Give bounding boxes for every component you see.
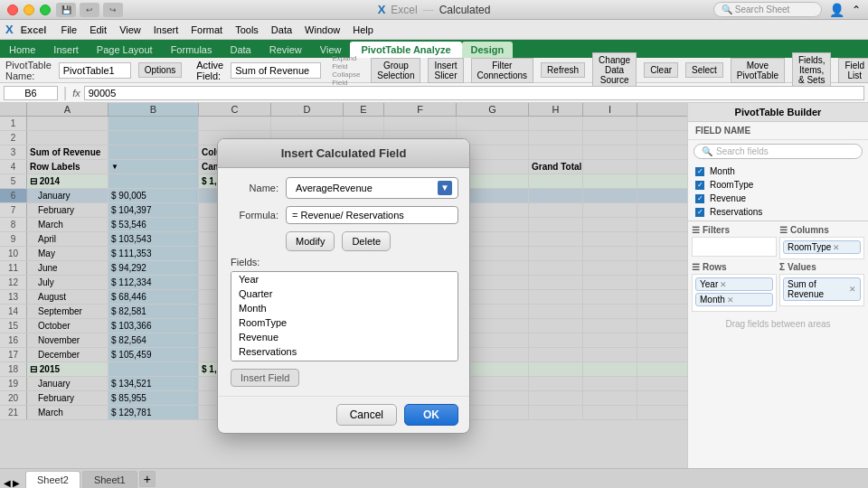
insert-slicer-button[interactable]: Insert Slicer (428, 58, 463, 83)
menu-edit[interactable]: Edit (84, 23, 112, 37)
pivot-search-bar[interactable]: 🔍 Search fields (693, 144, 863, 159)
tab-review[interactable]: Review (260, 42, 311, 58)
cancel-button[interactable]: Cancel (336, 404, 397, 426)
filename-title: Calculated (439, 4, 491, 16)
reservations-checkbox[interactable]: ✓ (695, 208, 704, 217)
tab-home[interactable]: Home (0, 42, 44, 58)
app-icon: X (378, 3, 386, 16)
month-remove-icon[interactable]: ✕ (727, 296, 734, 305)
columns-header: ☰ Columns (779, 225, 864, 235)
menu-file[interactable]: File (55, 23, 82, 37)
roomtype-tag-label: RoomType (788, 242, 831, 252)
field-reservations[interactable]: Reservations (231, 344, 458, 359)
fields-list[interactable]: Year Quarter Month RoomType Revenue Rese… (231, 271, 458, 361)
pivottable-name-input[interactable] (59, 62, 131, 79)
add-sheet-button[interactable]: + (139, 471, 156, 487)
values-drop-area[interactable]: Sum of Revenue ✕ (779, 274, 864, 306)
sheet-nav-right[interactable]: ▶ (13, 478, 20, 488)
menu-tools[interactable]: Tools (230, 23, 264, 37)
title-center: X Excel — Calculated (378, 3, 491, 16)
menu-data[interactable]: Data (266, 23, 297, 37)
field-list: ✓ Month ✓ RoomType ✓ Revenue ✓ Reservati… (688, 163, 868, 221)
options-button[interactable]: Options (138, 62, 182, 78)
menu-view[interactable]: View (114, 23, 146, 37)
modify-button[interactable]: Modify (286, 231, 335, 251)
rows-icon: ☰ (692, 262, 700, 272)
year-tag-label: Year (700, 279, 718, 289)
field-month[interactable]: Month (231, 301, 458, 315)
sum-revenue-remove-icon[interactable]: ✕ (849, 285, 856, 294)
undo-icon[interactable]: ↩ (80, 3, 99, 17)
tab-pivot-analyze[interactable]: PivotTable Analyze (350, 42, 461, 58)
field-roomtype[interactable]: RoomType (231, 315, 458, 330)
name-box[interactable] (4, 86, 58, 100)
select-button[interactable]: Select (685, 62, 723, 78)
tab-page-layout[interactable]: Page Layout (88, 42, 162, 58)
sheet-tab-sheet2[interactable]: Sheet2 (25, 471, 80, 488)
columns-drop-area[interactable]: RoomType ✕ (779, 237, 864, 259)
dialog-body: Name: AverageRevenue ▼ Formula: = Revenu… (218, 168, 469, 396)
pivot-areas-grid: ☰ Filters ☰ Columns RoomType ✕ (688, 221, 868, 315)
formula-input[interactable] (84, 86, 864, 100)
month-checkbox[interactable]: ✓ (695, 167, 704, 176)
filter-connections-button[interactable]: Filter Connections (471, 58, 534, 83)
tab-insert[interactable]: Insert (44, 42, 88, 58)
field-averagerevenue[interactable]: AverageRevenue (231, 359, 458, 361)
window-controls: 💾 ↩ ↪ (7, 3, 123, 17)
filters-drop-area[interactable] (692, 237, 777, 257)
group-selection-button[interactable]: Group Selection (371, 58, 420, 83)
search-bar[interactable]: 🔍 Search Sheet (713, 2, 822, 17)
save-icon[interactable]: 💾 (56, 3, 76, 17)
rows-drop-area[interactable]: Year ✕ Month ✕ (692, 274, 777, 312)
field-item-reservations[interactable]: ✓ Reservations (688, 205, 868, 219)
roomtype-checkbox[interactable]: ✓ (695, 181, 704, 190)
close-button[interactable] (7, 5, 18, 15)
sheet-tab-sheet1[interactable]: Sheet1 (82, 471, 137, 488)
search-placeholder: Search fields (716, 146, 769, 156)
sheet-nav-left[interactable]: ◀ (4, 478, 11, 488)
main-content: A B C D E F G H I 1 (0, 103, 868, 468)
formula-value[interactable]: = Revenue/ Reservations (286, 206, 458, 224)
ok-button[interactable]: OK (404, 404, 458, 426)
field-revenue[interactable]: Revenue (231, 330, 458, 344)
tab-design[interactable]: Design (462, 42, 514, 58)
tab-formulas[interactable]: Formulas (162, 42, 222, 58)
maximize-button[interactable] (40, 5, 51, 15)
formula-row: Formula: = Revenue/ Reservations (229, 206, 458, 224)
field-item-revenue[interactable]: ✓ Revenue (688, 192, 868, 205)
move-pivottable-button[interactable]: Move PivotTable (731, 58, 785, 83)
clear-button[interactable]: Clear (644, 62, 678, 78)
menu-format[interactable]: Format (185, 23, 228, 37)
minimize-button[interactable] (24, 5, 34, 15)
account-icon[interactable]: 👤 (829, 3, 844, 17)
active-field-input[interactable] (231, 62, 321, 79)
refresh-button[interactable]: Refresh (541, 62, 585, 78)
name-dropdown-icon[interactable]: ▼ (438, 181, 452, 195)
field-list-button[interactable]: Field List (838, 58, 868, 83)
roomtype-remove-icon[interactable]: ✕ (833, 243, 840, 252)
name-value[interactable]: AverageRevenue (292, 182, 434, 194)
delete-button[interactable]: Delete (342, 231, 391, 251)
redo-icon[interactable]: ↪ (103, 3, 123, 17)
menu-help[interactable]: Help (347, 23, 379, 37)
excel-logo: X (5, 23, 14, 36)
insert-field-button[interactable]: Insert Field (231, 369, 299, 387)
field-item-roomtype[interactable]: ✓ RoomType (688, 178, 868, 192)
field-year[interactable]: Year (231, 272, 458, 286)
year-remove-icon[interactable]: ✕ (720, 280, 727, 289)
name-label: Name: (229, 183, 278, 193)
dialog-buttons: Cancel OK (218, 396, 469, 433)
tab-data[interactable]: Data (221, 42, 259, 58)
menu-window[interactable]: Window (299, 23, 345, 37)
name-row: Name: AverageRevenue ▼ (229, 177, 458, 199)
collapse-icon[interactable]: ⌃ (852, 4, 861, 16)
fields-items-sets-button[interactable]: Fields, Items, & Sets (792, 52, 831, 88)
field-item-month[interactable]: ✓ Month (688, 164, 868, 178)
calculated-field-dialog: Insert Calculated Field Name: AverageRev… (217, 138, 470, 434)
change-data-source-button[interactable]: Change Data Source (592, 52, 637, 88)
menu-insert[interactable]: Insert (148, 23, 184, 37)
revenue-checkbox[interactable]: ✓ (695, 194, 704, 203)
pivot-builder-title: PivotTable Builder (688, 103, 868, 122)
menubar: X Excel File Edit View Insert Format Too… (0, 20, 868, 40)
field-quarter[interactable]: Quarter (231, 286, 458, 301)
